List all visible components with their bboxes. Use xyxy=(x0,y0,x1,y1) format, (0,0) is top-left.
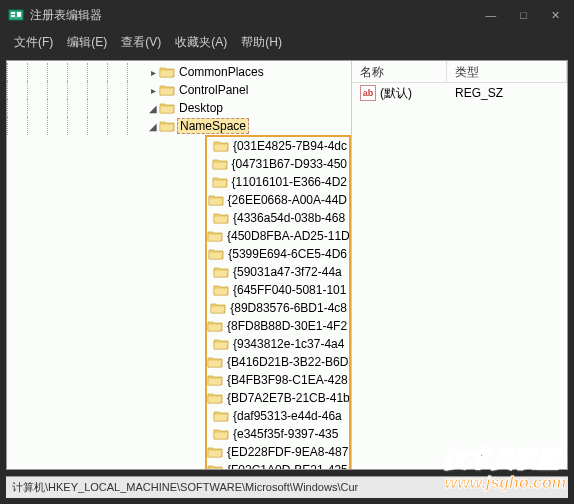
list-row[interactable]: ab(默认)REG_SZ xyxy=(352,83,567,103)
tree-item[interactable]: {450D8FBA-AD25-11D xyxy=(207,227,349,245)
folder-icon xyxy=(159,65,175,79)
tree-label: Desktop xyxy=(177,101,225,115)
tree-label: {F02C1A0D-BE21-435 xyxy=(225,463,350,469)
folder-icon xyxy=(207,445,223,459)
value-name: (默认) xyxy=(380,85,412,102)
tree-item[interactable]: {59031a47-3f72-44a xyxy=(207,263,349,281)
folder-icon xyxy=(210,301,226,315)
menu-view[interactable]: 查看(V) xyxy=(115,32,167,53)
menubar: 文件(F) 编辑(E) 查看(V) 收藏夹(A) 帮助(H) xyxy=(0,30,574,54)
regedit-icon xyxy=(8,7,24,23)
tree-label: {e345f35f-9397-435 xyxy=(231,427,340,441)
tree-item[interactable]: {5399E694-6CE5-4D6 xyxy=(207,245,349,263)
folder-icon xyxy=(212,175,228,189)
tree-label: {04731B67-D933-450 xyxy=(230,157,349,171)
folder-icon xyxy=(207,373,223,387)
tree-item[interactable]: {F02C1A0D-BE21-435 xyxy=(207,461,349,469)
tree-label: NameSpace xyxy=(177,118,249,134)
value-type: REG_SZ xyxy=(447,84,511,102)
folder-icon xyxy=(208,247,224,261)
tree-item[interactable]: {4336a54d-038b-468 xyxy=(207,209,349,227)
folder-icon xyxy=(207,355,223,369)
tree-label: {daf95313-e44d-46a xyxy=(231,409,344,423)
folder-icon xyxy=(213,283,229,297)
folder-icon xyxy=(159,119,175,133)
tree-item[interactable]: ▸CommonPlaces xyxy=(7,63,351,81)
tree-item[interactable]: ▸ControlPanel xyxy=(7,81,351,99)
svg-rect-1 xyxy=(11,12,15,14)
tree-label: ControlPanel xyxy=(177,83,250,97)
svg-rect-3 xyxy=(17,12,21,17)
folder-icon xyxy=(208,193,224,207)
tree-item[interactable]: {9343812e-1c37-4a4 xyxy=(207,335,349,353)
tree-label: {4336a54d-038b-468 xyxy=(231,211,347,225)
tree-item[interactable]: {ED228FDF-9EA8-487 xyxy=(207,443,349,461)
tree-label: {9343812e-1c37-4a4 xyxy=(231,337,346,351)
tree-item[interactable]: {04731B67-D933-450 xyxy=(207,155,349,173)
close-button[interactable]: ✕ xyxy=(545,7,566,24)
folder-icon xyxy=(213,139,229,153)
tree-label: {26EE0668-A00A-44D xyxy=(226,193,349,207)
expander-icon[interactable]: ▸ xyxy=(147,85,159,96)
expander-icon[interactable]: ◢ xyxy=(147,121,159,132)
status-path: 计算机\HKEY_LOCAL_MACHINE\SOFTWARE\Microsof… xyxy=(12,480,358,495)
tree-item[interactable]: {89D83576-6BD1-4c8 xyxy=(207,299,349,317)
tree-label: CommonPlaces xyxy=(177,65,266,79)
tree-label: {450D8FBA-AD25-11D xyxy=(225,229,352,243)
tree-item[interactable]: {B4FB3F98-C1EA-428 xyxy=(207,371,349,389)
tree-label: {B416D21B-3B22-B6D xyxy=(225,355,350,369)
tree-item[interactable]: {11016101-E366-4D2 xyxy=(207,173,349,191)
expander-icon[interactable]: ◢ xyxy=(147,103,159,114)
tree-item[interactable]: {645FF040-5081-101 xyxy=(207,281,349,299)
tree-label: {8FD8B88D-30E1-4F2 xyxy=(225,319,349,333)
tree-label: {BD7A2E7B-21CB-41b xyxy=(225,391,352,405)
folder-icon xyxy=(212,157,228,171)
col-type[interactable]: 类型 xyxy=(447,61,567,82)
window-title: 注册表编辑器 xyxy=(30,7,479,24)
menu-help[interactable]: 帮助(H) xyxy=(235,32,288,53)
folder-icon xyxy=(207,319,223,333)
folder-icon xyxy=(207,463,223,469)
minimize-button[interactable]: — xyxy=(479,7,502,24)
list-panel: 名称 类型 ab(默认)REG_SZ xyxy=(352,61,567,469)
tree-label: {11016101-E366-4D2 xyxy=(230,175,349,189)
folder-icon xyxy=(213,337,229,351)
tree-item[interactable]: {26EE0668-A00A-44D xyxy=(207,191,349,209)
expander-icon[interactable]: ▸ xyxy=(147,67,159,78)
svg-rect-2 xyxy=(11,15,15,17)
tree-item[interactable]: ◢Desktop xyxy=(7,99,351,117)
tree-label: {5399E694-6CE5-4D6 xyxy=(226,247,349,261)
menu-file[interactable]: 文件(F) xyxy=(8,32,59,53)
folder-icon xyxy=(207,391,223,405)
tree-item[interactable]: {031E4825-7B94-4dc xyxy=(207,137,349,155)
menu-favorites[interactable]: 收藏夹(A) xyxy=(169,32,233,53)
folder-icon xyxy=(207,229,223,243)
folder-icon xyxy=(159,101,175,115)
tree-label: {B4FB3F98-C1EA-428 xyxy=(225,373,350,387)
folder-icon xyxy=(159,83,175,97)
titlebar: 注册表编辑器 — □ ✕ xyxy=(0,0,574,30)
tree-label: {031E4825-7B94-4dc xyxy=(231,139,349,153)
menu-edit[interactable]: 编辑(E) xyxy=(61,32,113,53)
tree-label: {645FF040-5081-101 xyxy=(231,283,348,297)
tree-label: {59031a47-3f72-44a xyxy=(231,265,344,279)
col-name[interactable]: 名称 xyxy=(352,61,447,82)
string-value-icon: ab xyxy=(360,85,376,101)
folder-icon xyxy=(213,265,229,279)
statusbar: 计算机\HKEY_LOCAL_MACHINE\SOFTWARE\Microsof… xyxy=(6,476,568,498)
tree-item[interactable]: {B416D21B-3B22-B6D xyxy=(207,353,349,371)
tree-label: {89D83576-6BD1-4c8 xyxy=(228,301,349,315)
folder-icon xyxy=(213,427,229,441)
tree-panel: ▸CommonPlaces▸ControlPanel◢Desktop◢NameS… xyxy=(7,61,352,469)
tree-item[interactable]: {BD7A2E7B-21CB-41b xyxy=(207,389,349,407)
tree-item[interactable]: {daf95313-e44d-46a xyxy=(207,407,349,425)
folder-icon xyxy=(213,409,229,423)
tree-item[interactable]: ◢NameSpace xyxy=(7,117,351,135)
tree-item[interactable]: {e345f35f-9397-435 xyxy=(207,425,349,443)
list-header: 名称 类型 xyxy=(352,61,567,83)
folder-icon xyxy=(213,211,229,225)
tree-item[interactable]: {8FD8B88D-30E1-4F2 xyxy=(207,317,349,335)
maximize-button[interactable]: □ xyxy=(514,7,533,24)
tree-label: {ED228FDF-9EA8-487 xyxy=(225,445,350,459)
